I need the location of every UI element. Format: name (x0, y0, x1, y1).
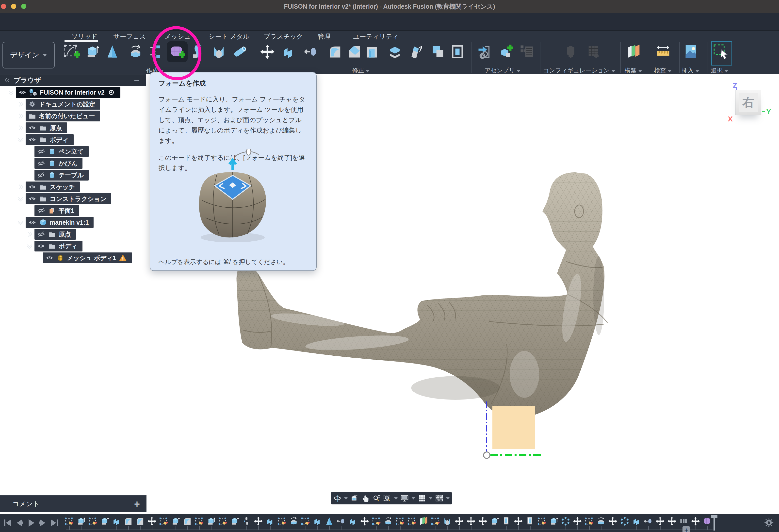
browser-row[interactable]: 名前の付いたビュー (25, 111, 100, 121)
timeline-feature-bars-icon[interactable] (678, 516, 689, 526)
ribbon-tab-7[interactable]: ユーティリティ (353, 32, 388, 41)
ribbon-tab-4[interactable]: シート メタル (208, 32, 242, 41)
timeline-feature-fillet-icon[interactable] (123, 516, 133, 526)
chevron-down-icon[interactable] (17, 219, 24, 226)
chevron-right-icon[interactable] (17, 124, 24, 131)
ribbon-tab-2[interactable]: サーフェス (113, 32, 140, 41)
chevron-right-icon[interactable] (26, 231, 33, 238)
timeline-feature-push-icon[interactable] (643, 516, 653, 526)
draft-icon[interactable] (407, 43, 423, 60)
browser-row[interactable]: かびん (35, 158, 82, 169)
eye-visible-icon[interactable] (28, 124, 37, 132)
orbit-icon[interactable] (333, 493, 342, 504)
browser-row[interactable]: テーブル (35, 170, 88, 181)
minimize-window-button[interactable] (11, 4, 16, 9)
eye-visible-icon[interactable] (18, 88, 26, 97)
timeline-settings-gear-icon[interactable] (763, 517, 775, 528)
timeline-feature-sketch-icon[interactable] (407, 516, 417, 526)
timeline-feature-sketch-icon[interactable] (300, 516, 311, 526)
timeline-feature-push-icon[interactable] (336, 516, 346, 526)
chevron-down-icon[interactable] (17, 195, 24, 202)
timeline-feature-sketch-icon[interactable] (218, 516, 228, 526)
zoom-icon[interactable] (372, 493, 381, 504)
derive-icon[interactable] (147, 43, 164, 60)
step-forward-button[interactable] (37, 518, 48, 528)
zoom-window-button[interactable] (21, 4, 26, 9)
offset-face-icon[interactable] (302, 43, 319, 60)
timeline-feature-sketch-icon[interactable] (159, 516, 169, 526)
eye-visible-icon[interactable] (37, 242, 45, 250)
move-copy-icon[interactable] (259, 43, 276, 60)
chevron-down-icon[interactable] (17, 136, 24, 143)
create-form-icon[interactable] (169, 43, 186, 60)
timeline-feature-move-icon[interactable] (466, 516, 476, 526)
browser-row[interactable]: ボディ (35, 241, 82, 251)
browser-collapse-icon[interactable] (3, 76, 11, 84)
insert-derive-icon[interactable] (476, 43, 493, 60)
timeline-feature-plane-icon[interactable] (419, 516, 429, 526)
timeline-feature-fillet-icon[interactable] (135, 516, 145, 526)
window-zoom-caret-icon[interactable] (394, 497, 398, 499)
web-icon[interactable] (211, 43, 227, 60)
add-comment-icon[interactable]: + (134, 499, 140, 509)
ribbon-tab-6[interactable]: 管理 (318, 32, 331, 41)
timeline-feature-extrude-icon[interactable] (489, 516, 500, 526)
ribbon-tab-3[interactable]: メッシュ (165, 32, 187, 41)
browser-minimize-icon[interactable] (133, 76, 140, 84)
timeline-playhead[interactable] (714, 518, 715, 531)
timeline-feature-move-icon[interactable] (667, 516, 677, 526)
timeline-feature-extrude-icon[interactable] (76, 516, 86, 526)
browser-row[interactable]: 原点 (35, 229, 76, 240)
timeline-feature-sketch-icon[interactable] (395, 516, 405, 526)
timeline-feature-cone-icon[interactable] (324, 516, 334, 526)
play-button[interactable] (25, 518, 37, 528)
pan-icon[interactable] (361, 493, 370, 504)
timeline-feature-revolve-icon[interactable] (289, 516, 299, 526)
timeline-feature-hole-icon[interactable] (241, 516, 252, 526)
timeline-feature-revolve-icon[interactable] (596, 516, 606, 526)
create-sketch-icon[interactable] (63, 43, 80, 60)
display-settings-caret-icon[interactable] (411, 497, 415, 499)
sweep-icon[interactable] (127, 43, 144, 60)
skip-end-button[interactable] (49, 518, 60, 528)
chevron-right-icon[interactable] (17, 112, 24, 120)
timeline-feature-move-icon[interactable] (359, 516, 370, 526)
browser-row[interactable]: ドキュメントの設定 (25, 99, 100, 110)
timeline-feature-combine-icon[interactable] (312, 516, 322, 526)
timeline-feature-extrude-icon[interactable] (100, 516, 110, 526)
timeline-feature-combine-icon[interactable] (631, 516, 642, 526)
timeline-feature-fillet-icon[interactable] (182, 516, 192, 526)
eye-visible-icon[interactable] (28, 194, 37, 203)
chevron-right-icon[interactable] (17, 101, 24, 108)
timeline-feature-sketch-icon[interactable] (371, 516, 381, 526)
browser-row[interactable]: manekin v1:1 (25, 217, 94, 228)
ribbon-tab-5[interactable]: プラスチック (264, 32, 295, 41)
timeline-feature-move-icon[interactable] (253, 516, 263, 526)
grid-settings-icon[interactable] (418, 493, 426, 504)
eye-hidden-icon[interactable] (37, 159, 45, 168)
viewcube[interactable]: 右 (735, 90, 761, 115)
timeline-feature-sketch-icon[interactable] (584, 516, 594, 526)
timeline-track[interactable] (66, 530, 713, 530)
chamfer-icon[interactable] (346, 43, 363, 60)
eye-visible-icon[interactable] (45, 254, 54, 262)
timeline-feature-extrude-icon[interactable] (230, 516, 240, 526)
eye-hidden-icon[interactable] (37, 171, 45, 179)
eye-hidden-icon[interactable] (37, 147, 45, 156)
timeline-feature-extrude-icon[interactable] (206, 516, 216, 526)
timeline-feature-revolve-icon[interactable] (383, 516, 394, 526)
timeline-feature-box-icon[interactable] (501, 516, 512, 526)
workspace-selector-button[interactable]: デザイン (2, 42, 55, 68)
new-component-icon[interactable] (497, 43, 514, 60)
chevron-down-icon[interactable] (26, 242, 33, 250)
viewcube-face-label[interactable]: 右 (739, 93, 758, 112)
timeline-feature-move-icon[interactable] (513, 516, 524, 526)
eye-hidden-icon[interactable] (37, 230, 45, 238)
viewports-icon[interactable] (435, 493, 443, 504)
display-settings-icon[interactable] (400, 493, 409, 504)
construction-plane-icon[interactable] (625, 43, 642, 60)
timeline-feature-move-icon[interactable] (572, 516, 583, 526)
eye-hidden-icon[interactable] (37, 206, 45, 215)
timeline-feature-sketch-icon[interactable] (87, 516, 98, 526)
close-window-button[interactable] (1, 4, 6, 9)
